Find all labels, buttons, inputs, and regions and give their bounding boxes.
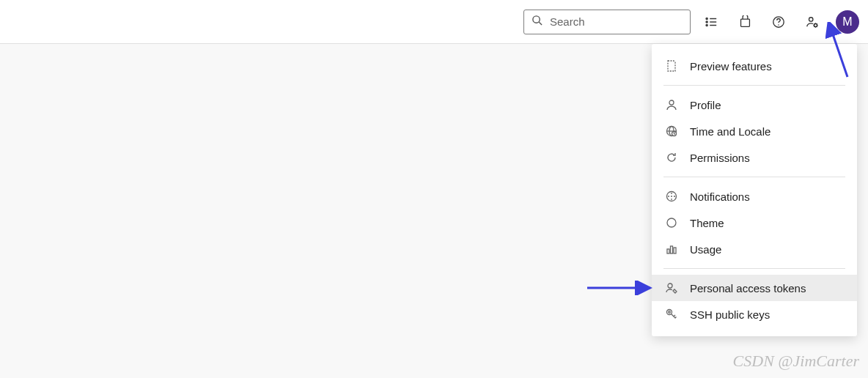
help-icon[interactable] — [765, 9, 792, 35]
dropdown-item-label: Usage — [690, 243, 721, 256]
menu-permissions[interactable]: Permissions — [652, 144, 857, 171]
menu-theme[interactable]: Theme — [652, 210, 857, 236]
svg-point-12 — [814, 23, 817, 26]
svg-rect-23 — [674, 248, 676, 253]
dropdown-item-label: Profile — [690, 99, 721, 111]
user-settings-dropdown: Preview featuresProfileTime and LocalePe… — [652, 44, 857, 336]
dropdown-item-label: Theme — [690, 217, 724, 229]
svg-point-2 — [706, 18, 707, 19]
dropdown-item-label: Personal access tokens — [690, 282, 806, 294]
avatar[interactable]: M — [836, 10, 859, 34]
user-settings-icon[interactable] — [799, 9, 825, 35]
search-input[interactable] — [550, 15, 683, 28]
watermark: CSDN @JimCarter — [733, 352, 859, 371]
annotation-arrow-left — [586, 281, 655, 295]
svg-rect-22 — [671, 246, 673, 253]
dropdown-section: ProfileTime and LocalePermissions — [652, 89, 857, 174]
menu-preview-features[interactable]: Preview features — [652, 53, 857, 79]
header-bar: M — [0, 0, 868, 44]
svg-point-10 — [778, 24, 779, 25]
svg-point-25 — [667, 310, 672, 315]
dropdown-section: Personal access tokensSSH public keys — [652, 272, 857, 330]
refresh-icon — [665, 151, 678, 164]
usage-icon — [665, 242, 678, 256]
svg-point-19 — [671, 196, 672, 197]
svg-point-6 — [706, 24, 707, 26]
locale-icon — [665, 125, 678, 138]
dropdown-item-label: Preview features — [690, 60, 772, 73]
svg-rect-21 — [667, 249, 669, 253]
dropdown-section: Preview features — [652, 50, 857, 82]
search-box[interactable] — [523, 10, 691, 34]
work-items-icon[interactable] — [698, 9, 724, 35]
dropdown-item-label: SSH public keys — [690, 308, 770, 321]
ssh-icon — [665, 308, 678, 321]
svg-rect-8 — [740, 19, 749, 26]
marketplace-icon[interactable] — [732, 9, 758, 35]
search-icon — [532, 15, 542, 29]
dropdown-divider — [663, 268, 845, 269]
theme-icon — [665, 216, 678, 229]
menu-notifications[interactable]: Notifications — [652, 183, 857, 210]
menu-ssh-keys[interactable]: SSH public keys — [652, 301, 857, 327]
svg-point-11 — [809, 17, 813, 21]
dropdown-item-label: Notifications — [690, 190, 750, 203]
notification-icon — [665, 190, 678, 203]
profile-icon — [665, 98, 678, 111]
preview-icon — [665, 59, 678, 73]
menu-personal-access-tokens[interactable]: Personal access tokens — [652, 275, 857, 301]
dropdown-divider — [663, 177, 845, 177]
svg-point-26 — [669, 311, 671, 314]
svg-point-24 — [668, 284, 672, 288]
svg-point-20 — [667, 218, 676, 227]
dropdown-item-label: Time and Locale — [690, 125, 770, 138]
svg-point-13 — [669, 100, 674, 105]
menu-profile[interactable]: Profile — [652, 92, 857, 118]
dropdown-divider — [663, 85, 845, 86]
menu-time-locale[interactable]: Time and Locale — [652, 118, 857, 144]
dropdown-section: NotificationsThemeUsage — [652, 180, 857, 265]
svg-point-0 — [533, 16, 540, 23]
pat-icon — [665, 281, 678, 294]
dropdown-item-label: Permissions — [690, 152, 750, 164]
menu-usage[interactable]: Usage — [652, 236, 857, 262]
svg-point-4 — [706, 21, 707, 22]
svg-line-1 — [539, 22, 542, 25]
